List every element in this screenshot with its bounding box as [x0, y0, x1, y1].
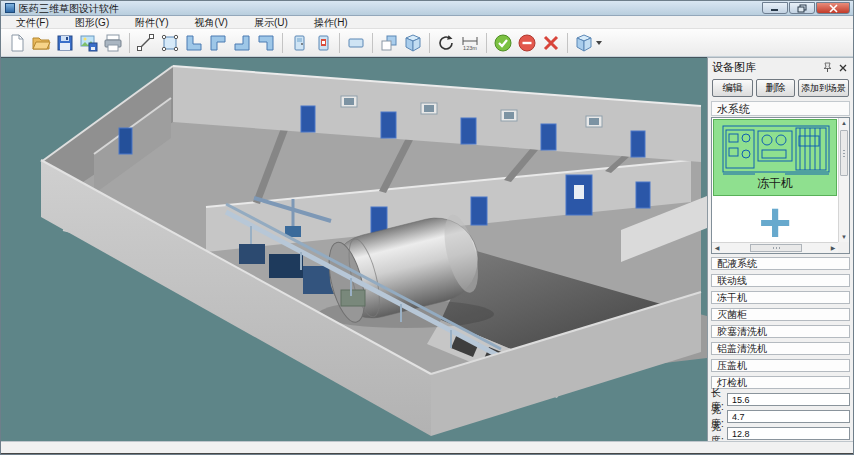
print-icon: [103, 33, 123, 53]
3d-viewport[interactable]: [1, 57, 707, 441]
print-button[interactable]: [101, 31, 125, 55]
scrollbar-thumb[interactable]: [750, 244, 802, 252]
line-tool-icon: [136, 33, 156, 53]
menu-item-operation[interactable]: 操作(H): [305, 16, 357, 29]
toolbar-separator: [486, 33, 487, 53]
panel-button-row: 编辑 删除 添加到场景: [708, 77, 853, 100]
toolbar-separator: [429, 33, 430, 53]
measure-button[interactable]: 123m: [458, 31, 482, 55]
minimize-button[interactable]: [762, 2, 788, 14]
equipment-gallery: 冻干机 + ▲ ▼ ◀ ▶: [711, 117, 850, 254]
restore-button[interactable]: [789, 2, 815, 14]
scroll-up-arrow-icon[interactable]: ▲: [839, 118, 849, 128]
delete-icon: [541, 33, 561, 53]
width2-input[interactable]: [727, 427, 850, 440]
door-button[interactable]: [287, 31, 311, 55]
close-button[interactable]: [816, 2, 850, 14]
door-sign: [574, 185, 584, 199]
gallery-horizontal-scrollbar[interactable]: ◀ ▶: [712, 242, 838, 253]
restore-icon: [797, 4, 807, 13]
view-cube-dropdown-button[interactable]: [572, 31, 604, 55]
overlap-squares-icon: [379, 33, 399, 53]
dimension-fields: 长度: 宽度: 宽度:: [708, 393, 853, 440]
new-file-button[interactable]: [5, 31, 29, 55]
section-item-freeze-dryer[interactable]: 冻干机: [711, 291, 850, 304]
toolbar: 123m: [1, 29, 854, 57]
select-rect-button[interactable]: [158, 31, 182, 55]
save-icon: [55, 33, 75, 53]
wall-corner-tl-button[interactable]: [206, 31, 230, 55]
open-folder-button[interactable]: [29, 31, 53, 55]
scroll-left-arrow-icon[interactable]: ◀: [712, 243, 722, 254]
wall-corner-tl-icon: [208, 33, 228, 53]
scroll-right-arrow-icon[interactable]: ▶: [828, 243, 838, 254]
new-file-icon: [7, 33, 27, 53]
wall-corner-br-button[interactable]: [230, 31, 254, 55]
menu-item-attachments[interactable]: 附件(Y): [126, 16, 177, 29]
confirm-button[interactable]: [491, 31, 515, 55]
door-icon: [289, 33, 309, 53]
gallery-item-selected[interactable]: 冻干机: [713, 119, 837, 196]
menu-item-display[interactable]: 展示(U): [245, 16, 297, 29]
pin-icon: [823, 62, 832, 73]
add-to-scene-button[interactable]: 添加到场景: [798, 79, 849, 97]
gallery-vertical-scrollbar[interactable]: ▲ ▼: [838, 118, 849, 242]
title-bar: 医药三维草图设计软件: [1, 1, 854, 16]
panel-title: 设备图库: [712, 60, 756, 75]
length-input[interactable]: [727, 393, 850, 406]
app-window: 医药三维草图设计软件 文件(F) 图形(G) 附件(Y) 视角(V) 展示(U)…: [0, 0, 854, 455]
panel-close-button[interactable]: [836, 61, 849, 74]
toolbar-separator: [282, 33, 283, 53]
edit-button[interactable]: 编辑: [712, 79, 753, 97]
remove-icon: [517, 33, 537, 53]
section-item-stopper-washer[interactable]: 胶塞清洗机: [711, 325, 850, 338]
cube-button[interactable]: [401, 31, 425, 55]
wall-corner-tr-button[interactable]: [254, 31, 278, 55]
rotate-button[interactable]: [434, 31, 458, 55]
equipment-library-panel: 设备图库 编辑 删除 添加到场景 水系统: [707, 57, 853, 441]
close-icon: [829, 4, 838, 13]
wall-corner-bl-button[interactable]: [182, 31, 206, 55]
export-image-icon: [79, 33, 99, 53]
window-tool-icon: [346, 33, 366, 53]
window-tool-button[interactable]: [344, 31, 368, 55]
minimize-icon: [770, 4, 780, 12]
safety-door-button[interactable]: [311, 31, 335, 55]
cad-drawing: [715, 122, 835, 178]
save-button[interactable]: [53, 31, 77, 55]
toolbar-separator: [339, 33, 340, 53]
pin-button[interactable]: [821, 61, 834, 74]
svg-text:123m: 123m: [463, 45, 477, 51]
door: [471, 197, 487, 225]
delete-item-button[interactable]: 删除: [756, 79, 795, 97]
close-icon: [839, 64, 847, 72]
menu-item-graphics[interactable]: 图形(G): [66, 16, 118, 29]
scrollbar-thumb[interactable]: [840, 130, 848, 176]
menu-item-file[interactable]: 文件(F): [7, 16, 58, 29]
line-tool-button[interactable]: [134, 31, 158, 55]
section-item-capping-machine[interactable]: 压盖机: [711, 359, 850, 372]
remove-button[interactable]: [515, 31, 539, 55]
section-item-sterilizer[interactable]: 灭菌柜: [711, 308, 850, 321]
section-item-liquid-prep[interactable]: 配液系统: [711, 257, 850, 270]
menu-item-view-angle[interactable]: 视角(V): [186, 16, 237, 29]
category-header-water-system[interactable]: 水系统: [711, 101, 850, 116]
window-title: 医药三维草图设计软件: [19, 1, 119, 16]
section-item-linkage-line[interactable]: 联动线: [711, 274, 850, 287]
width-input[interactable]: [727, 410, 850, 423]
scroll-down-arrow-icon[interactable]: ▼: [839, 232, 849, 242]
menu-bar: 文件(F) 图形(G) 附件(Y) 视角(V) 展示(U) 操作(H): [1, 16, 854, 29]
section-item-light-inspector[interactable]: 灯检机: [711, 376, 850, 389]
toolbar-separator: [129, 33, 130, 53]
delete-button[interactable]: [539, 31, 563, 55]
measure-icon: 123m: [460, 33, 480, 53]
export-image-button[interactable]: [77, 31, 101, 55]
door: [636, 182, 650, 208]
main-area: 设备图库 编辑 删除 添加到场景 水系统: [1, 57, 854, 441]
wall-corner-tr-icon: [256, 33, 276, 53]
section-item-cap-washer[interactable]: 铝盖清洗机: [711, 342, 850, 355]
overlap-squares-button[interactable]: [377, 31, 401, 55]
equipment-sections: 配液系统 联动线 冻干机 灭菌柜 胶塞清洗机 铝盖清洗机 压盖机 灯检机: [708, 257, 853, 389]
wall-corner-br-icon: [232, 33, 252, 53]
chevron-down-icon: [596, 41, 602, 45]
